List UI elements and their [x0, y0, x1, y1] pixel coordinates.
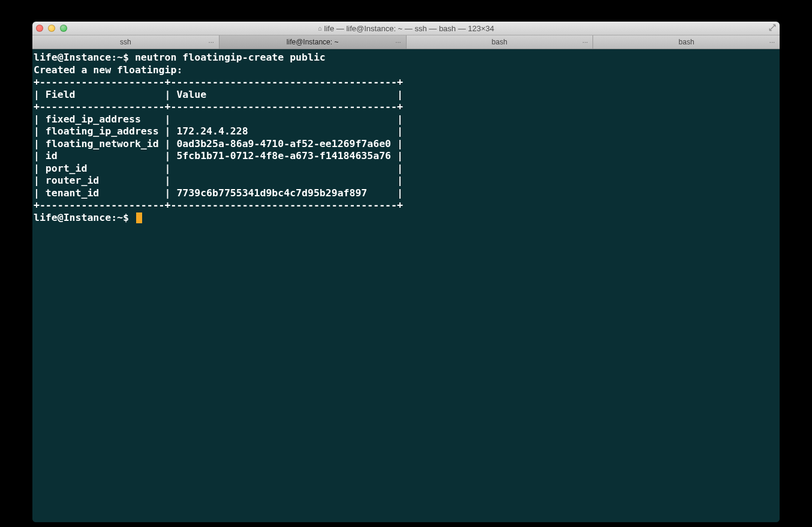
- table-row: | floating_ip_address | 172.24.4.228 |: [34, 125, 403, 137]
- table-row: | floating_network_id | 0ad3b25a-86a9-47…: [34, 138, 403, 149]
- traffic-lights: [36, 25, 67, 32]
- tab-label: bash: [492, 38, 507, 46]
- tab-menu-icon[interactable]: ···: [769, 38, 775, 46]
- terminal-viewport[interactable]: life@Instance:~$ neutron floatingip-crea…: [32, 49, 780, 522]
- tab-label: bash: [679, 38, 694, 46]
- result-header: Created a new floatingip:: [34, 64, 182, 76]
- cursor: [136, 212, 142, 223]
- minimize-button[interactable]: [48, 25, 55, 32]
- tab-bash-2[interactable]: bash ···: [593, 35, 780, 49]
- shell-command: neutron floatingip-create public: [135, 52, 326, 63]
- tab-menu-icon[interactable]: ···: [582, 38, 588, 46]
- tab-label: ssh: [120, 38, 131, 46]
- tab-menu-icon[interactable]: ···: [209, 38, 214, 46]
- tab-life-instance[interactable]: life@Instance: ~ ···: [219, 35, 407, 49]
- terminal-content[interactable]: life@Instance:~$ neutron floatingip-crea…: [34, 52, 778, 224]
- shell-prompt: life@Instance:~$: [34, 52, 135, 63]
- home-icon: ⌂: [318, 25, 322, 32]
- tab-bash-1[interactable]: bash ···: [407, 35, 594, 49]
- table-header: | Field | Value |: [34, 89, 403, 100]
- window-title-text: life — life@Instance: ~ — ssh — bash — 1…: [324, 24, 494, 33]
- table-row: | id | 5fcb1b71-0712-4f8e-a673-f14184635…: [34, 150, 403, 161]
- table-row: | router_id | |: [34, 175, 403, 186]
- terminal-window: ⌂ life — life@Instance: ~ — ssh — bash —…: [32, 22, 780, 522]
- expand-icon[interactable]: [769, 24, 776, 31]
- tab-ssh[interactable]: ssh ···: [32, 35, 219, 49]
- table-row: | port_id | |: [34, 163, 403, 174]
- close-button[interactable]: [36, 25, 43, 32]
- table-row: | tenant_id | 7739c6b7755341d9bc4c7d95b2…: [34, 187, 403, 199]
- table-border: +---------------------+-----------------…: [34, 199, 403, 211]
- shell-prompt: life@Instance:~$: [34, 212, 135, 223]
- table-border: +---------------------+-----------------…: [34, 101, 403, 112]
- titlebar: ⌂ life — life@Instance: ~ — ssh — bash —…: [32, 22, 780, 35]
- tab-label: life@Instance: ~: [287, 38, 339, 46]
- table-row: | fixed_ip_address | |: [34, 113, 403, 125]
- tabbar: ssh ··· life@Instance: ~ ··· bash ··· ba…: [32, 35, 780, 49]
- tab-menu-icon[interactable]: ···: [395, 38, 401, 46]
- zoom-button[interactable]: [60, 25, 67, 32]
- table-border: +---------------------+-----------------…: [34, 76, 403, 88]
- window-title: ⌂ life — life@Instance: ~ — ssh — bash —…: [32, 24, 780, 33]
